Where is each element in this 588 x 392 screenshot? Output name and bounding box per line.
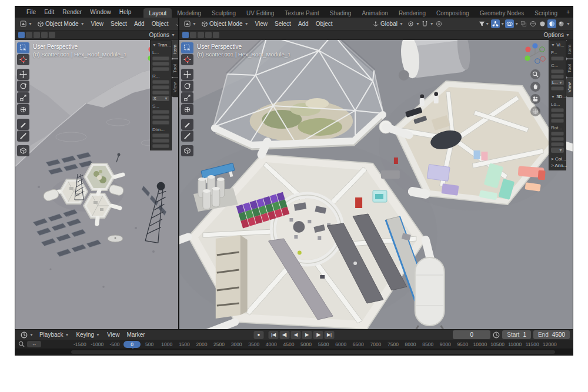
tab-tool[interactable]: Tool [172,59,178,78]
workspace-tab[interactable]: Scripting [529,8,563,18]
viewport-menu[interactable]: View [88,19,108,28]
scale-z-field[interactable] [152,120,169,125]
ruler-tick[interactable]: 12000 [541,341,559,347]
viewport-menu[interactable]: Object [312,19,336,28]
tool-add-cube[interactable] [181,145,193,156]
drag-mode-set[interactable] [18,32,25,38]
ruler-tick[interactable]: 8000 [402,341,419,347]
shading-material-button[interactable] [547,19,556,28]
show-overlays-toggle[interactable] [505,19,514,28]
mode-selector[interactable]: Object Mode ▼ [199,19,251,28]
viewport-menu[interactable]: View [252,19,272,28]
pivot-point-button[interactable] [406,19,415,28]
options-dropdown[interactable]: Options ▼ [149,32,175,38]
ruler-tick[interactable]: 2500 [211,341,228,347]
scale-x-field[interactable] [152,110,169,114]
tool-cursor[interactable] [181,54,193,65]
tool-move[interactable] [181,69,193,80]
navigation-gizmo[interactable] [523,42,547,67]
end-frame-field[interactable]: End 4500 [533,330,570,339]
ruler-tick[interactable]: 4000 [263,341,280,347]
ruler-tick[interactable]: 6500 [350,341,368,347]
drag-mode-extend[interactable] [26,32,32,38]
tool-measure[interactable] [17,130,29,142]
tool-measure[interactable] [181,130,193,142]
workspace-tab[interactable]: Geometry Nodes [475,8,530,18]
topbar-menu[interactable]: Help [115,8,136,16]
panel-header-cursor[interactable]: ▼ 3D... [551,94,564,99]
workspace-tab[interactable]: Shading [325,8,357,18]
lock-camera-field[interactable] [551,86,564,91]
rotation-mode-dropdown[interactable]: X▼ [152,96,169,101]
tab-view[interactable]: View [566,78,573,97]
workspace-tab[interactable]: Rendering [393,8,431,18]
topbar-menu[interactable]: Window [86,8,115,16]
location-y-field[interactable] [152,62,169,66]
tool-scale[interactable] [17,92,29,103]
ruler-tick[interactable]: 6000 [332,341,350,347]
zoom-view-button[interactable] [530,69,540,79]
drag-mode-intersect[interactable] [213,32,219,38]
ruler-tick[interactable]: 10000 [472,341,489,347]
play-button[interactable]: ▶ [302,331,312,339]
workspace-tab[interactable]: Layout [143,8,172,18]
rotation-y-field[interactable] [152,85,169,89]
tool-move[interactable] [17,69,29,80]
proportional-edit-toggle[interactable] [435,19,443,28]
cursor-loc-y-field[interactable] [551,113,564,118]
ruler-tick[interactable]: 5500 [315,341,332,347]
keying-menu[interactable]: Keying▼ [72,330,103,339]
jump-to-start-button[interactable]: |◀ [269,331,279,339]
options-dropdown[interactable]: Options ▼ [544,32,570,38]
ruler-tick[interactable]: 0 [123,341,141,348]
location-z-field[interactable] [152,67,169,71]
tab-item[interactable]: Item [172,40,178,59]
annotations-panel-collapsed[interactable]: > Ann... [551,163,564,168]
transform-orientation-selector[interactable]: Global ▼ [173,19,178,28]
ruler-tick[interactable]: 4500 [280,341,298,347]
cursor-rot-z-field[interactable] [551,142,564,146]
rotation-x-field[interactable] [152,80,169,84]
tool-add-cube[interactable] [17,145,29,156]
scrollbar-handle[interactable] [71,350,555,354]
jump-to-end-button[interactable]: ▶| [325,331,335,339]
tool-annotate[interactable] [181,119,193,130]
ruler-tick[interactable]: 11500 [523,341,541,347]
ruler-tick[interactable]: 9000 [436,341,454,347]
drag-mode-invert[interactable] [205,32,212,38]
add-workspace-button[interactable]: + [563,9,573,15]
ruler-tick[interactable]: 2000 [193,341,211,347]
view-menu[interactable]: View [103,330,123,339]
shading-solid-button[interactable] [538,19,547,28]
drag-mode-subtract[interactable] [34,32,40,38]
current-frame-field[interactable]: 0 [453,330,490,339]
drag-mode-invert[interactable] [41,32,48,38]
tool-select-box[interactable] [181,42,193,53]
ruler-tick[interactable]: 9500 [454,341,472,347]
ruler-tick[interactable]: 3000 [228,341,245,347]
panel-header-view[interactable]: ▼ Vi... [551,42,564,48]
topbar-menu[interactable]: Render [58,8,86,16]
ruler-tick[interactable]: 7000 [367,341,385,347]
workspace-tab[interactable]: Animation [356,8,393,18]
dimensions-y-field[interactable] [152,139,169,143]
record-button[interactable]: ● [254,331,264,339]
ruler-tick[interactable]: 7500 [385,341,402,347]
mode-selector[interactable]: Object Mode ▼ [35,19,87,28]
tool-transform[interactable] [17,104,29,115]
drag-mode-subtract[interactable] [198,32,204,38]
rotation-z-field[interactable] [152,91,169,95]
clip-end-field[interactable] [551,75,564,79]
location-x-field[interactable] [152,56,169,61]
clip-start-field[interactable] [551,69,564,73]
tab-item[interactable]: Item [566,40,573,59]
tool-rotate[interactable] [181,81,193,92]
cursor-rot-y-field[interactable] [551,137,564,141]
xray-toggle[interactable] [519,19,528,28]
timeline-scrollbar[interactable] [15,349,573,356]
workspace-tab[interactable]: Compositing [431,8,475,18]
cursor-loc-z-field[interactable] [551,119,564,123]
topbar-menu[interactable]: Edit [40,8,58,16]
workspace-tab[interactable]: UV Editing [241,8,279,18]
ruler-tick[interactable]: -500 [106,341,123,347]
